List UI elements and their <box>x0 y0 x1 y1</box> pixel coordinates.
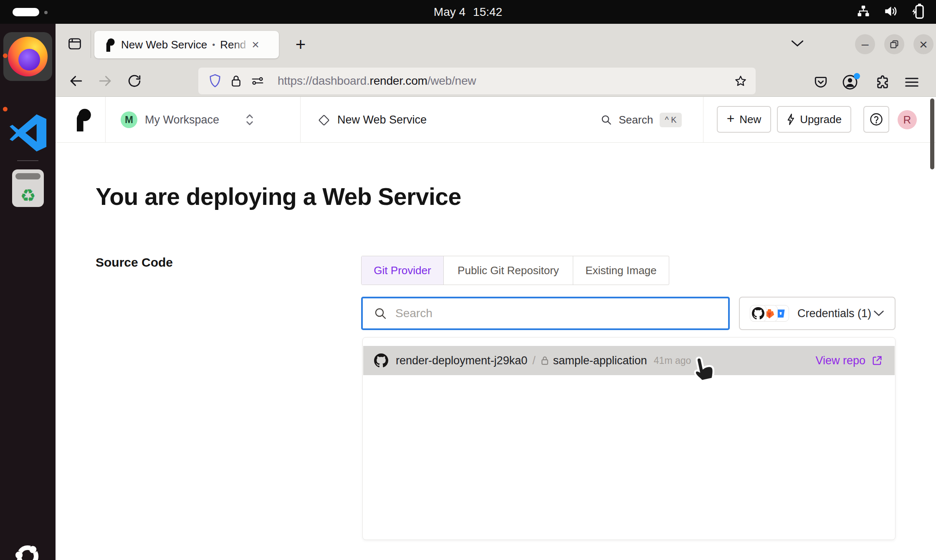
repo-search-box <box>361 297 730 330</box>
back-icon <box>68 73 83 88</box>
chevron-down-icon <box>873 310 885 317</box>
trash-lid <box>15 173 40 179</box>
lightning-icon <box>787 113 795 126</box>
volume-icon <box>883 4 898 20</box>
url-path: /web/new <box>428 74 476 87</box>
back-button[interactable] <box>67 72 85 90</box>
forward-icon <box>98 73 113 88</box>
firefox-view-button[interactable] <box>65 34 85 54</box>
repo-row[interactable]: render-deployment-j29ka0 / sample-applic… <box>363 346 895 375</box>
tracking-shield-icon[interactable] <box>209 73 221 88</box>
lock-icon[interactable] <box>230 74 242 88</box>
window-restore-button[interactable] <box>884 34 904 54</box>
window-minimize-button[interactable]: – <box>855 34 875 54</box>
vscode-running-dot <box>3 107 8 111</box>
tab-title-fade <box>232 38 251 51</box>
workspace-chevrons-icon[interactable] <box>244 112 255 129</box>
tab-close-button[interactable]: × <box>252 38 259 51</box>
header-divider <box>105 97 106 143</box>
account-notification-dot <box>854 73 860 79</box>
permissions-icon[interactable] <box>251 75 264 87</box>
tab-git-provider[interactable]: Git Provider <box>362 256 444 285</box>
ubuntu-logo-icon <box>12 540 43 560</box>
github-icon <box>374 353 388 368</box>
render-favicon <box>104 38 115 52</box>
forward-button[interactable] <box>96 72 114 90</box>
repo-name: sample-application <box>553 354 647 367</box>
reload-icon <box>127 74 142 88</box>
screen: May 4 15:42 <box>0 0 936 560</box>
firefox-running-dot <box>3 53 8 58</box>
tab-title-separator: • <box>212 40 215 50</box>
system-bar: May 4 15:42 <box>0 0 936 24</box>
system-tray[interactable] <box>856 0 926 24</box>
service-diamond-icon <box>318 114 330 128</box>
bookmark-star-button[interactable] <box>734 74 747 88</box>
firefox-view-icon <box>67 36 82 51</box>
workspace-avatar[interactable]: M <box>121 111 137 128</box>
show-apps-button[interactable] <box>12 540 43 560</box>
new-tab-button[interactable]: + <box>289 33 312 56</box>
clock-time: 15:42 <box>473 5 502 19</box>
deploy-heading: You are deploying a Web Service <box>96 183 461 210</box>
search-icon <box>600 114 612 126</box>
repo-owner: render-deployment-j29ka0 <box>396 354 527 367</box>
user-avatar[interactable]: R <box>898 110 917 129</box>
search-icon <box>374 307 387 320</box>
clock[interactable]: May 4 15:42 <box>0 0 936 24</box>
activities-indicator[interactable] <box>13 8 39 16</box>
search-shortcut-badge: ^ K <box>660 113 681 127</box>
workspace-switcher[interactable]: My Workspace <box>145 97 219 143</box>
network-icon <box>856 4 871 20</box>
view-repo-link[interactable]: View repo <box>815 354 865 367</box>
repo-age: 41m ago <box>654 355 691 366</box>
repo-separator: / <box>532 354 536 367</box>
tab-list-button[interactable] <box>789 37 806 50</box>
account-button[interactable] <box>840 72 860 92</box>
credentials-label: Credentials (1) <box>797 307 871 320</box>
star-icon <box>734 74 747 88</box>
tab-public-git-repository[interactable]: Public Git Repository <box>444 256 573 285</box>
menu-button[interactable] <box>902 72 922 92</box>
external-link-icon <box>871 355 883 366</box>
tab-title: New Web Service <box>121 38 207 51</box>
dock-item-vscode[interactable] <box>5 111 50 155</box>
extensions-button[interactable] <box>873 72 893 92</box>
clock-date: May 4 <box>434 5 465 19</box>
source-code-label: Source Code <box>96 255 173 270</box>
url-text: https://dashboard.render.com/web/new <box>278 74 734 88</box>
battery-icon <box>910 3 926 21</box>
upgrade-button[interactable]: Upgrade <box>777 106 851 133</box>
global-search-button[interactable]: Search ^ K <box>600 97 682 143</box>
puzzle-icon <box>875 75 890 90</box>
hamburger-icon <box>904 76 919 88</box>
hand-cursor <box>690 353 718 389</box>
chevron-down-icon <box>790 39 804 48</box>
dock: ♻ <box>0 24 56 560</box>
page-scrollbar-thumb[interactable] <box>930 98 934 169</box>
upgrade-button-label: Upgrade <box>800 113 842 126</box>
pocket-button[interactable] <box>811 72 831 92</box>
url-bar[interactable]: https://dashboard.render.com/web/new <box>198 68 756 94</box>
private-lock-icon <box>541 355 549 366</box>
source-tabs: Git Provider Public Git Repository Exist… <box>361 256 669 285</box>
help-button[interactable] <box>863 106 889 133</box>
dock-item-trash[interactable]: ♻ <box>12 169 44 207</box>
help-icon <box>869 112 883 126</box>
recycle-icon: ♻ <box>12 187 44 204</box>
reload-button[interactable] <box>125 72 144 90</box>
github-credential-icon <box>750 305 767 322</box>
firefox-icon-core <box>18 49 40 71</box>
restore-icon <box>889 39 899 49</box>
browser-tab-active[interactable]: New Web Service • Rend × <box>94 31 279 58</box>
window-close-button[interactable]: × <box>913 34 933 54</box>
new-button[interactable]: + New <box>717 106 771 133</box>
search-label: Search <box>619 114 653 126</box>
repo-list-panel: render-deployment-j29ka0 / sample-applic… <box>362 337 896 540</box>
workspace-dot <box>44 11 48 14</box>
render-logo[interactable] <box>73 108 92 131</box>
header-divider <box>300 97 301 143</box>
credentials-dropdown[interactable]: Credentials (1) <box>739 297 896 330</box>
tab-existing-image[interactable]: Existing Image <box>573 256 669 285</box>
repo-search-input[interactable] <box>395 307 720 320</box>
